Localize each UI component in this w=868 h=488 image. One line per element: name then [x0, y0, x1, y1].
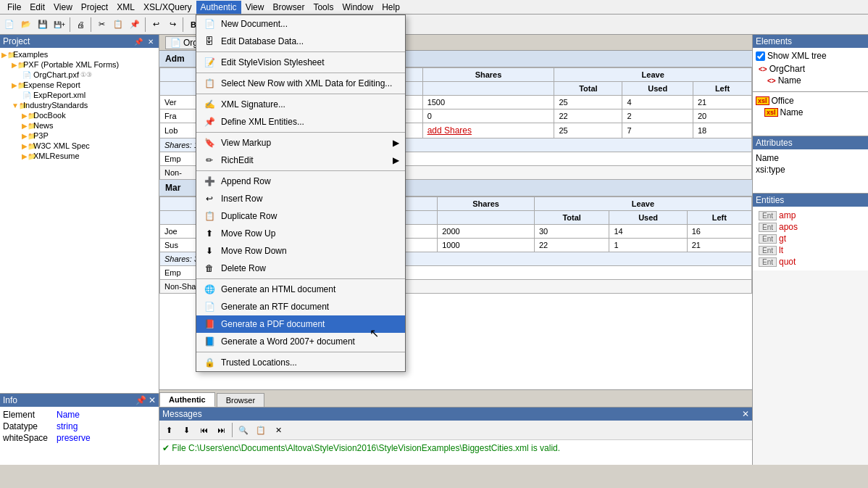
menu-insert-row[interactable]: ↩ Insert Row [196, 190, 405, 207]
menu-delete-row[interactable]: 🗑 Delete Row [196, 260, 405, 277]
menu-richedit[interactable]: ✏ RichEdit ▶ [196, 152, 405, 169]
menu-trusted-locations[interactable]: 🔒 Trusted Locations... [196, 354, 405, 371]
entity-apos[interactable]: Ent apos [756, 221, 865, 233]
menu-xsl[interactable]: XSL/XQuery [139, 1, 196, 14]
msg-copy[interactable]: 📋 [253, 422, 269, 438]
entity-quot[interactable]: Ent quot [756, 256, 865, 268]
messages-close-icon[interactable]: ✕ [742, 409, 749, 419]
menu-duplicate-row[interactable]: 📋 Duplicate Row [196, 207, 405, 225]
tree-xmlresume[interactable]: ▶📁 XMLResume [1, 151, 157, 161]
menu-select-row[interactable]: 📋 Select New Row with XML Data for Editi… [196, 75, 405, 92]
cell-sus-shares: 1000 [438, 239, 535, 252]
save-button[interactable]: 💾 [35, 17, 51, 33]
tree-w3c[interactable]: ▶📁 W3C XML Spec [1, 141, 157, 151]
menu-move-row-down[interactable]: ⬇ Move Row Down [196, 242, 405, 260]
gen-pdf-icon: 📕 [202, 318, 217, 330]
menu-edit-stylesheet[interactable]: 📝 Edit StyleVision Stylesheet [196, 54, 405, 71]
p3p-icon: ▶📁 [22, 132, 32, 140]
menu-gen-html[interactable]: 🌐 Generate an HTML document [196, 281, 405, 298]
menu-tools[interactable]: Tools [309, 1, 338, 14]
office-item[interactable]: xsl Office [756, 95, 865, 107]
print-button[interactable]: 🖨 [72, 17, 88, 33]
menu-view-markup-label: View Markup [221, 138, 271, 148]
project-pin-icon[interactable]: 📌 [133, 36, 143, 46]
tree-pxf-folder[interactable]: ▶📁 PXF (Portable XML Forms) [1, 59, 157, 70]
messages-title-bar: Messages ✕ [159, 408, 752, 421]
menu-move-row-up[interactable]: ⬆ Move Row Up [196, 225, 405, 242]
menu-edit-database-label: Edit Database Data... [221, 36, 304, 46]
menu-view[interactable]: View [49, 1, 77, 14]
menu-browser[interactable]: Browser [268, 1, 309, 14]
del-row-icon: 🗑 [202, 262, 217, 274]
cell-sus-total: 22 [534, 239, 609, 252]
attributes-title: Attributes [753, 136, 868, 149]
info-panel: Info 📌 ✕ Element Name Datatype string wh… [0, 393, 159, 465]
entity-lt[interactable]: Ent lt [756, 244, 865, 256]
industry-folder-label: IndustryStandards [23, 101, 88, 109]
new-button[interactable]: 📄 [1, 17, 17, 33]
tree-docbook[interactable]: ▶📁 DocBook [1, 110, 157, 120]
menu-define-entities[interactable]: 📌 Define XML Entities... [196, 113, 405, 131]
entity-gt[interactable]: Ent gt [756, 233, 865, 244]
elements-orgchart-item[interactable]: <> OrgChart [756, 63, 865, 75]
show-xml-tree-checkbox[interactable] [756, 51, 765, 61]
richedit-icon: ✏ [202, 154, 217, 166]
save-all-button[interactable]: 💾+ [51, 17, 67, 33]
menu-gen-word[interactable]: 📘 Generate a Word 2007+ document [196, 333, 405, 350]
menu-new-document[interactable]: 📄 New Document... [196, 15, 405, 33]
project-close-icon[interactable]: ✕ [146, 36, 156, 46]
info-close-icon[interactable]: ✕ [149, 395, 156, 405]
menu-help[interactable]: Help [377, 1, 404, 14]
tree-root[interactable]: ▶📁 Examples [1, 49, 157, 59]
th-leave: Leave [554, 68, 752, 82]
copy-button[interactable]: 📋 [110, 17, 126, 33]
cell-fra-total: 22 [554, 109, 622, 123]
project-tree[interactable]: ▶📁 Examples ▶📁 PXF (Portable XML Forms) … [0, 48, 159, 393]
tree-expreport[interactable]: 📄 ExpReport.xml [1, 90, 157, 100]
th-mar-used: Used [609, 211, 687, 225]
pxf-folder-icon: ▶📁 [12, 61, 22, 69]
menu-gen-pdf[interactable]: 📕 Generate a PDF document [196, 315, 405, 333]
msg-btn4[interactable]: ⏭ [213, 422, 229, 438]
menu-duplicate-row-label: Duplicate Row [221, 211, 277, 221]
redo-button[interactable]: ↪ [164, 17, 180, 33]
msg-clear[interactable]: ✕ [270, 422, 286, 438]
msg-search[interactable]: 🔍 [235, 422, 251, 438]
menu-append-row-label: Append Row [221, 176, 271, 186]
msg-btn1[interactable]: ⬆ [161, 422, 177, 438]
menu-file[interactable]: File [3, 1, 25, 14]
menu-window[interactable]: Window [338, 1, 377, 14]
menu-append-row[interactable]: ➕ Append Row [196, 173, 405, 190]
menu-gen-rtf[interactable]: 📄 Generate an RTF document [196, 298, 405, 315]
entity-amp[interactable]: Ent amp [756, 210, 865, 221]
menu-edit-database[interactable]: 🗄 Edit Database Data... [196, 33, 405, 50]
add-shares-link[interactable]: add Shares [427, 125, 472, 136]
menu-gen-word-label: Generate a Word 2007+ document [221, 336, 355, 347]
tree-orgchart[interactable]: 📄 OrgChart.pxf ①③ [1, 70, 157, 80]
menu-authentic[interactable]: Authentic [196, 1, 241, 14]
menu-view2[interactable]: View [241, 1, 269, 14]
elements-name-item[interactable]: <> Name [756, 75, 865, 86]
msg-btn2[interactable]: ⬇ [178, 422, 194, 438]
menu-xml[interactable]: XML [112, 1, 139, 14]
tree-industry-folder[interactable]: ▼📁 IndustryStandards [1, 100, 157, 110]
open-button[interactable]: 📂 [18, 17, 34, 33]
menu-project[interactable]: Project [77, 1, 112, 14]
info-pin-icon[interactable]: 📌 [135, 395, 146, 405]
menu-delete-row-label: Delete Row [221, 263, 266, 273]
name2-item[interactable]: xsl Name [756, 107, 865, 118]
authentic-dropdown-menu[interactable]: 📄 New Document... 🗄 Edit Database Data..… [196, 15, 406, 372]
tree-news[interactable]: ▶📁 News [1, 120, 157, 131]
menu-view-markup[interactable]: 🔖 View Markup ▶ [196, 134, 405, 152]
menu-xml-signature[interactable]: ✍ XML Signature... [196, 96, 405, 113]
tab-browser[interactable]: Browser [217, 393, 264, 407]
msg-btn3[interactable]: ⏮ [196, 422, 212, 438]
tree-p3p[interactable]: ▶📁 P3P [1, 131, 157, 141]
menu-edit[interactable]: Edit [25, 1, 49, 14]
row-down-icon: ⬇ [202, 245, 217, 257]
tree-expense-folder[interactable]: ▶📁 Expense Report [1, 80, 157, 90]
undo-button[interactable]: ↩ [148, 17, 164, 33]
paste-button[interactable]: 📌 [127, 17, 143, 33]
tab-authentic[interactable]: Authentic [159, 392, 215, 407]
cut-button[interactable]: ✂ [93, 17, 109, 33]
